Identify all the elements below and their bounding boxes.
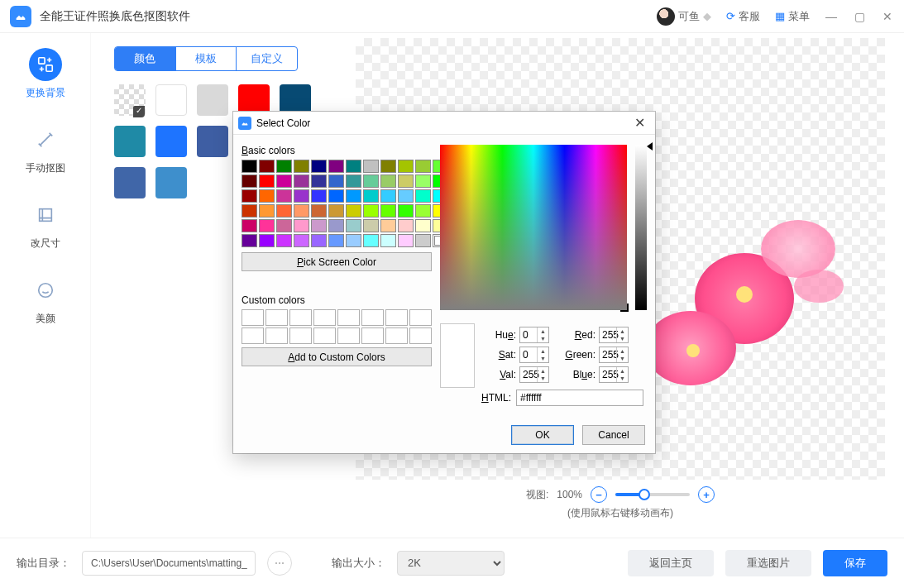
custom-color-slot[interactable] — [337, 309, 360, 326]
back-button[interactable]: 返回主页 — [628, 550, 714, 576]
basic-color-swatch[interactable] — [398, 189, 414, 203]
menu-link[interactable]: ▦ 菜单 — [775, 9, 810, 24]
basic-color-swatch[interactable] — [311, 189, 327, 203]
basic-color-swatch[interactable] — [259, 160, 275, 173]
sat-input[interactable]: 0▲▼ — [519, 347, 549, 363]
basic-color-swatch[interactable] — [380, 174, 396, 188]
sidebar-item-beauty[interactable]: 美颜 — [29, 274, 62, 326]
custom-color-slot[interactable] — [313, 327, 336, 344]
basic-color-swatch[interactable] — [415, 160, 431, 173]
custom-color-slot[interactable] — [289, 309, 312, 326]
basic-color-swatch[interactable] — [346, 160, 361, 173]
basic-color-swatch[interactable] — [346, 234, 361, 247]
basic-color-swatch[interactable] — [311, 234, 327, 247]
basic-color-swatch[interactable] — [259, 204, 275, 218]
basic-color-swatch[interactable] — [311, 160, 327, 173]
basic-color-swatch[interactable] — [380, 234, 396, 247]
maximize-button[interactable]: ▢ — [853, 10, 866, 23]
color-swatch[interactable] — [197, 84, 228, 116]
basic-color-swatch[interactable] — [311, 204, 327, 218]
color-swatch[interactable] — [114, 126, 146, 157]
basic-color-swatch[interactable] — [328, 174, 344, 188]
dialog-titlebar[interactable]: Select Color ✕ — [233, 112, 655, 135]
tab-template[interactable]: 模板 — [176, 47, 237, 70]
custom-color-slot[interactable] — [361, 309, 384, 326]
value-slider-pointer[interactable] — [647, 142, 653, 151]
custom-color-slot[interactable] — [313, 309, 336, 326]
color-swatch[interactable] — [155, 126, 187, 157]
tab-color[interactable]: 颜色 — [115, 47, 176, 70]
basic-color-swatch[interactable] — [242, 189, 257, 203]
sidebar-item-change-bg[interactable]: 更换背景 — [26, 48, 65, 100]
basic-color-swatch[interactable] — [328, 160, 344, 173]
basic-color-swatch[interactable] — [380, 204, 396, 218]
basic-color-swatch[interactable] — [328, 234, 344, 247]
html-input[interactable]: #ffffff — [516, 390, 643, 406]
red-input[interactable]: 255▲▼ — [599, 327, 629, 343]
dialog-close-button[interactable]: ✕ — [629, 115, 650, 131]
basic-color-swatch[interactable] — [242, 160, 257, 173]
basic-color-swatch[interactable] — [398, 160, 414, 173]
color-gradient-picker[interactable] — [440, 145, 627, 310]
pick-screen-color-button[interactable]: Pick Screen Color — [242, 252, 432, 271]
basic-color-swatch[interactable] — [259, 219, 275, 232]
color-swatch[interactable] — [114, 84, 146, 116]
basic-color-swatch[interactable] — [242, 174, 257, 188]
color-swatch[interactable] — [155, 167, 187, 198]
browse-button[interactable]: ⋯ — [267, 551, 292, 576]
basic-color-swatch[interactable] — [363, 204, 379, 218]
support-link[interactable]: ⟳ 客服 — [726, 9, 760, 24]
basic-color-swatch[interactable] — [328, 219, 344, 232]
basic-color-swatch[interactable] — [294, 189, 309, 203]
green-input[interactable]: 255▲▼ — [599, 347, 629, 363]
basic-color-swatch[interactable] — [294, 219, 309, 232]
zoom-out-button[interactable]: − — [591, 486, 607, 503]
basic-color-swatch[interactable] — [276, 189, 292, 203]
basic-color-swatch[interactable] — [242, 219, 257, 232]
custom-color-slot[interactable] — [242, 327, 264, 344]
hue-input[interactable]: 0▲▼ — [519, 327, 549, 343]
color-swatch[interactable] — [197, 126, 228, 157]
basic-color-swatch[interactable] — [311, 174, 327, 188]
basic-color-swatch[interactable] — [363, 174, 379, 188]
cancel-button[interactable]: Cancel — [582, 425, 645, 445]
basic-color-swatch[interactable] — [398, 204, 414, 218]
user-chip[interactable]: 可鱼 ◆ — [657, 7, 711, 26]
basic-color-swatch[interactable] — [363, 234, 379, 247]
basic-color-swatch[interactable] — [294, 234, 309, 247]
basic-color-swatch[interactable] — [276, 234, 292, 247]
basic-color-swatch[interactable] — [242, 234, 257, 247]
basic-color-swatch[interactable] — [311, 219, 327, 232]
custom-color-slot[interactable] — [409, 327, 432, 344]
basic-color-swatch[interactable] — [259, 174, 275, 188]
color-swatch[interactable] — [114, 167, 146, 198]
basic-color-swatch[interactable] — [242, 204, 257, 218]
basic-color-swatch[interactable] — [276, 219, 292, 232]
val-input[interactable]: 255▲▼ — [519, 366, 549, 383]
basic-color-swatch[interactable] — [415, 234, 431, 247]
basic-color-swatch[interactable] — [398, 219, 414, 232]
value-slider[interactable] — [635, 145, 647, 310]
minimize-button[interactable]: — — [825, 10, 838, 23]
out-dir-field[interactable]: C:\Users\User\Documents\matting_ — [82, 551, 256, 576]
basic-color-swatch[interactable] — [415, 174, 431, 188]
basic-color-swatch[interactable] — [415, 189, 431, 203]
basic-color-swatch[interactable] — [363, 219, 379, 232]
basic-color-swatch[interactable] — [398, 174, 414, 188]
zoom-slider[interactable] — [615, 493, 690, 496]
ok-button[interactable]: OK — [511, 425, 574, 445]
basic-color-swatch[interactable] — [346, 219, 361, 232]
basic-color-swatch[interactable] — [294, 160, 309, 173]
custom-color-slot[interactable] — [289, 327, 312, 344]
basic-color-swatch[interactable] — [259, 234, 275, 247]
basic-color-swatch[interactable] — [328, 189, 344, 203]
sidebar-item-resize[interactable]: 改尺寸 — [29, 198, 62, 251]
basic-color-swatch[interactable] — [346, 174, 361, 188]
basic-color-swatch[interactable] — [398, 234, 414, 247]
save-button[interactable]: 保存 — [823, 550, 887, 576]
basic-color-swatch[interactable] — [276, 174, 292, 188]
basic-color-swatch[interactable] — [346, 204, 361, 218]
custom-color-slot[interactable] — [265, 327, 288, 344]
basic-color-swatch[interactable] — [415, 204, 431, 218]
color-swatch[interactable] — [155, 84, 187, 116]
